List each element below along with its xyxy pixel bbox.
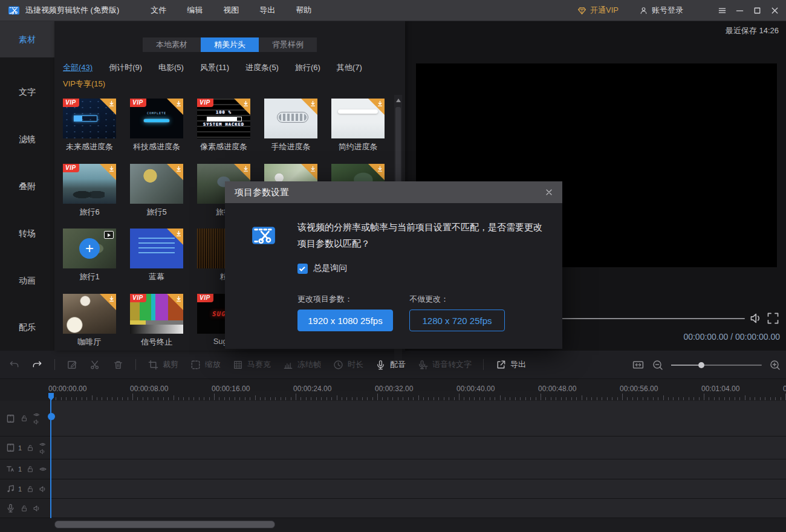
menu-export[interactable]: 导出: [259, 5, 275, 16]
duration-button[interactable]: 时长: [333, 359, 363, 371]
sidebar-item-animation[interactable]: 动画: [0, 262, 54, 299]
checkbox-box[interactable]: [297, 264, 308, 274]
download-icon[interactable]: [234, 164, 250, 180]
edit-button[interactable]: [67, 359, 78, 371]
maximize-icon[interactable]: [752, 5, 762, 16]
scroll-up-icon[interactable]: [396, 99, 401, 102]
timeline-zoom-slider[interactable]: [671, 359, 762, 371]
category-1[interactable]: 倒计时(9): [109, 62, 142, 73]
material-item[interactable]: VIP未来感进度条: [63, 99, 116, 152]
download-icon[interactable]: [368, 164, 385, 180]
material-item[interactable]: +旅行1: [63, 229, 116, 282]
speaker-icon[interactable]: [33, 504, 41, 513]
eye-icon[interactable]: [33, 411, 41, 418]
material-thumbnail[interactable]: COMPLETEVIP: [130, 99, 183, 138]
download-icon[interactable]: [234, 99, 250, 115]
material-item[interactable]: 咖啡厅: [63, 294, 116, 348]
material-thumbnail[interactable]: VIP: [63, 164, 116, 204]
category-vip[interactable]: VIP专享(15): [63, 79, 105, 89]
sidebar-item-transitions[interactable]: 转场: [0, 215, 54, 251]
sidebar-item-music[interactable]: 配乐: [0, 309, 54, 345]
zoom-in-icon[interactable]: [769, 359, 781, 371]
material-item[interactable]: COMPLETEVIP科技感进度条: [130, 99, 183, 152]
text-track-lane[interactable]: [51, 459, 786, 479]
pip-track-lane[interactable]: [51, 436, 786, 459]
material-item[interactable]: 100 %SYSTEM HACKEDVIP像素感进度条: [197, 99, 250, 152]
material-item[interactable]: VIP信号终止: [130, 294, 183, 348]
keep-button[interactable]: 1280 x 720 25fps: [409, 310, 505, 331]
add-icon[interactable]: +: [79, 238, 100, 259]
download-icon[interactable]: [368, 99, 385, 115]
category-0[interactable]: 全部(43): [63, 62, 93, 73]
timeline-scrollbar[interactable]: [0, 518, 786, 532]
speaker-icon[interactable]: [39, 448, 47, 455]
material-thumbnail[interactable]: [63, 294, 116, 334]
menu-edit[interactable]: 编辑: [187, 5, 203, 16]
tab-intro-templates[interactable]: 精美片头: [201, 37, 259, 52]
tab-background-samples[interactable]: 背景样例: [259, 37, 317, 52]
delete-button[interactable]: [112, 359, 124, 371]
change-params-button[interactable]: 1920 x 1080 25fps: [297, 310, 393, 331]
speaker-icon[interactable]: [749, 311, 763, 325]
timeline-scrollbar-thumb[interactable]: [54, 521, 275, 528]
dialog-close-icon[interactable]: [544, 187, 554, 197]
category-5[interactable]: 旅行(6): [295, 62, 320, 73]
download-icon[interactable]: [167, 229, 183, 245]
mosaic-button[interactable]: 马赛克: [232, 359, 271, 371]
menu-help[interactable]: 帮助: [296, 5, 311, 16]
material-thumbnail[interactable]: [331, 99, 385, 138]
fullscreen-icon[interactable]: [766, 311, 780, 325]
material-item[interactable]: 简约进度条: [331, 99, 385, 152]
scale-button[interactable]: 缩放: [190, 359, 221, 371]
material-item[interactable]: 旅行5: [130, 164, 183, 218]
sidebar-item-text[interactable]: 文字: [0, 74, 54, 110]
material-thumbnail[interactable]: VIP: [63, 99, 116, 138]
sidebar-item-filters[interactable]: 滤镜: [0, 121, 54, 157]
lock-icon[interactable]: [20, 414, 28, 423]
undo-button[interactable]: [8, 359, 20, 371]
download-icon[interactable]: [301, 99, 317, 115]
fit-timeline-icon[interactable]: [632, 358, 645, 371]
material-thumbnail[interactable]: 100 %SYSTEM HACKEDVIP: [197, 99, 250, 138]
minimize-icon[interactable]: [735, 5, 745, 16]
category-6[interactable]: 其他(7): [337, 62, 362, 73]
material-item[interactable]: 蓝幕: [130, 229, 183, 282]
menu-file[interactable]: 文件: [151, 5, 166, 16]
always-ask-checkbox[interactable]: 总是询问: [297, 263, 347, 274]
lock-icon[interactable]: [26, 444, 34, 452]
material-thumbnail[interactable]: [130, 164, 183, 204]
eye-icon[interactable]: [39, 465, 47, 473]
timeline-ruler[interactable]: 00:00:00.0000:00:08.0000:00:16.0000:00:2…: [0, 379, 786, 401]
video-track-lane[interactable]: [51, 401, 786, 436]
zoom-out-icon[interactable]: [652, 359, 664, 371]
material-thumbnail[interactable]: +: [63, 229, 116, 268]
speaker-icon[interactable]: [33, 418, 41, 426]
speech-to-text-button[interactable]: 语音转文字: [417, 359, 472, 371]
lock-icon[interactable]: [26, 465, 34, 473]
close-icon[interactable]: [770, 5, 780, 16]
playhead-dot[interactable]: [48, 413, 55, 420]
download-icon[interactable]: [167, 99, 183, 115]
download-icon[interactable]: [167, 294, 183, 310]
freeze-frame-button[interactable]: 冻结帧: [282, 359, 321, 371]
material-item[interactable]: VIP旅行6: [63, 164, 116, 218]
material-thumbnail[interactable]: [264, 99, 317, 138]
material-item[interactable]: 手绘进度条: [264, 99, 317, 152]
crop-button[interactable]: 裁剪: [148, 359, 178, 371]
voice-track-lane[interactable]: [51, 499, 786, 517]
category-3[interactable]: 风景(11): [200, 62, 229, 73]
vip-button[interactable]: 开通VIP: [577, 5, 619, 16]
speaker-icon[interactable]: [39, 485, 47, 493]
redo-button[interactable]: [31, 359, 43, 371]
material-thumbnail[interactable]: VIP: [130, 294, 183, 334]
export-button[interactable]: 导出: [495, 359, 526, 371]
cut-button[interactable]: [89, 359, 101, 371]
menu-view[interactable]: 视图: [223, 5, 239, 16]
sidebar-item-overlays[interactable]: 叠附: [0, 168, 54, 204]
music-track-lane[interactable]: [51, 479, 786, 498]
download-icon[interactable]: [100, 164, 116, 180]
sidebar-item-media[interactable]: 素材: [0, 21, 54, 57]
tab-local-media[interactable]: 本地素材: [143, 37, 201, 52]
lock-icon[interactable]: [26, 485, 34, 493]
lock-icon[interactable]: [20, 504, 28, 513]
